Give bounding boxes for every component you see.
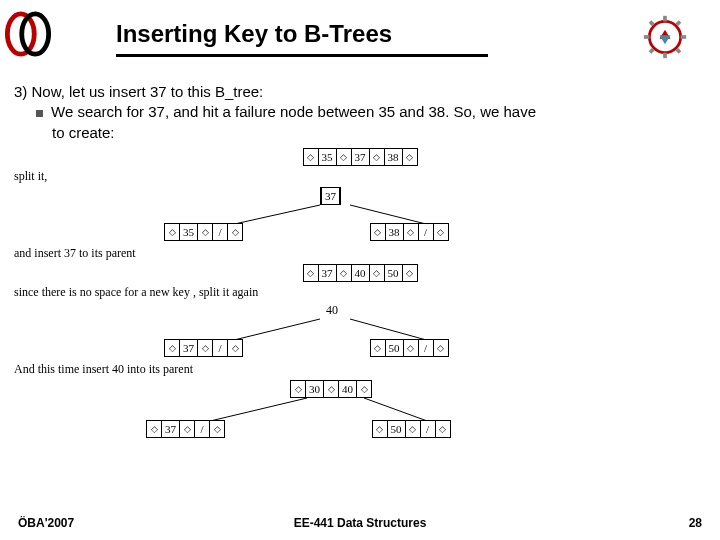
node-root-3040: ◇ 30 ◇ 40 ◇ — [290, 380, 372, 398]
title-underline — [116, 54, 488, 57]
svg-line-18 — [364, 398, 430, 422]
node-right-38: ◇ 38 ◇ / ◇ — [370, 223, 449, 241]
promoted-40-label: 40 — [326, 303, 338, 318]
body-bullet-b: to create: — [52, 123, 536, 143]
body-bullet-a: We search for 37, and hit a failure node… — [51, 103, 536, 120]
caption-insert-40: And this time insert 40 into its parent — [14, 362, 706, 377]
svg-rect-4 — [663, 53, 667, 59]
caption-insert-parent: and insert 37 to its parent — [14, 246, 706, 261]
svg-line-17 — [206, 398, 307, 422]
svg-rect-6 — [681, 35, 687, 39]
svg-line-14 — [350, 205, 430, 225]
metu-logo — [4, 10, 52, 58]
svg-marker-12 — [659, 35, 670, 44]
node-right-50: ◇ 50 ◇ / ◇ — [370, 339, 449, 357]
svg-line-16 — [350, 319, 430, 341]
node-left-37: ◇ 37 ◇ / ◇ — [164, 339, 243, 357]
diagram: ◇ 35 ◇ 37 ◇ 38 ◇ split it, 37 ◇ 35 ◇ / — [14, 148, 706, 440]
node-bottom-right: ◇ 50 ◇ / ◇ — [372, 420, 451, 438]
svg-rect-3 — [663, 16, 667, 22]
caption-split-again: since there is no space for a new key , … — [14, 285, 706, 300]
body-text: 3) Now, let us insert 37 to this B_tree:… — [14, 82, 536, 143]
footer-page-number: 28 — [689, 516, 702, 530]
svg-rect-5 — [644, 35, 650, 39]
node-promoted-37: 37 — [320, 187, 341, 205]
node-initial: ◇ 35 ◇ 37 ◇ 38 ◇ — [303, 148, 418, 166]
gear-icon — [642, 14, 688, 60]
slide-title: Inserting Key to B-Trees — [116, 20, 392, 48]
caption-split: split it, — [14, 169, 706, 184]
footer-center: EE-441 Data Structures — [0, 516, 720, 530]
body-line-1: 3) Now, let us insert 37 to this B_tree: — [14, 82, 536, 102]
svg-line-15 — [230, 319, 320, 341]
svg-line-13 — [230, 205, 320, 225]
node-left-35: ◇ 35 ◇ / ◇ — [164, 223, 243, 241]
bullet-icon — [36, 110, 43, 117]
node-parent-374050: ◇ 37 ◇ 40 ◇ 50 ◇ — [303, 264, 418, 282]
node-bottom-left: ◇ 37 ◇ / ◇ — [146, 420, 225, 438]
